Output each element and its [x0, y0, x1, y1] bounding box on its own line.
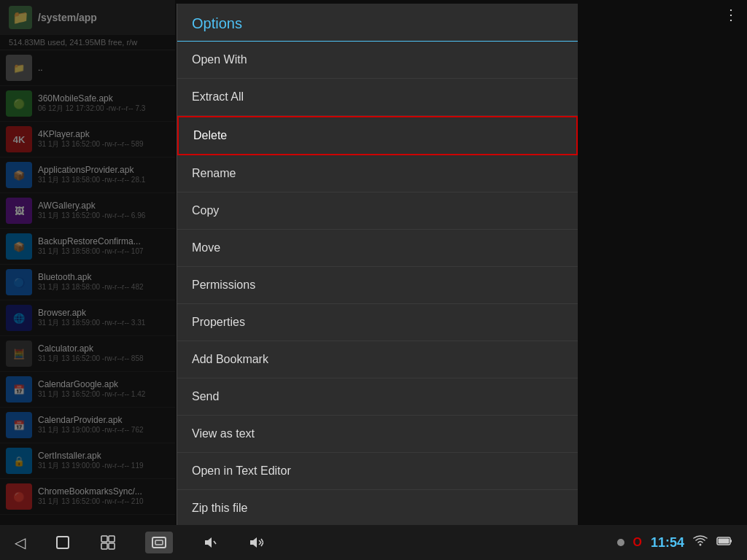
options-menu: Open WithExtract AllDeleteRenameCopyMove…	[177, 42, 578, 527]
battery-icon	[716, 536, 732, 549]
menu-item-send[interactable]: Send	[177, 378, 578, 416]
svg-line-10	[259, 540, 261, 542]
options-dialog: Options Open WithExtract AllDeleteRename…	[177, 4, 578, 525]
menu-item-open-in-text-editor[interactable]: Open in Text Editor	[177, 453, 578, 490]
svg-rect-3	[101, 543, 107, 549]
more-options-button[interactable]: ⋮	[724, 6, 738, 23]
menu-item-view-as-text[interactable]: View as text	[177, 416, 578, 453]
volume-down-button[interactable]	[202, 534, 218, 551]
nav-buttons: ◁	[15, 532, 263, 553]
menu-item-add-bookmark[interactable]: Add Bookmark	[177, 341, 578, 378]
menu-item-move[interactable]: Move	[177, 230, 578, 267]
menu-item-delete[interactable]: Delete	[177, 116, 578, 155]
recent-apps-button[interactable]	[100, 534, 116, 551]
wifi-icon	[693, 535, 708, 550]
svg-marker-9	[250, 537, 257, 548]
svg-rect-16	[730, 540, 732, 542]
svg-rect-2	[109, 536, 115, 542]
menu-item-properties[interactable]: Properties	[177, 304, 578, 341]
menu-item-copy[interactable]: Copy	[177, 192, 578, 230]
nav-bar: ◁ O 11:54	[0, 525, 747, 560]
svg-rect-5	[152, 537, 166, 548]
home-button[interactable]	[55, 534, 71, 551]
svg-rect-0	[57, 537, 69, 548]
svg-rect-4	[109, 543, 115, 549]
svg-line-11	[259, 542, 261, 545]
menu-item-rename[interactable]: Rename	[177, 155, 578, 192]
svg-rect-17	[719, 539, 729, 544]
svg-line-12	[261, 539, 263, 542]
svg-rect-6	[155, 540, 163, 545]
back-button[interactable]: ◁	[15, 534, 26, 551]
svg-marker-7	[205, 537, 212, 548]
menu-item-open-with[interactable]: Open With	[177, 42, 578, 79]
svg-line-8	[214, 541, 216, 544]
svg-point-14	[700, 544, 702, 546]
svg-rect-1	[101, 536, 107, 542]
opera-icon: O	[633, 536, 642, 549]
status-dot	[617, 539, 624, 546]
options-title: Options	[177, 4, 578, 42]
menu-item-zip-this-file[interactable]: Zip this file	[177, 490, 578, 527]
svg-line-13	[261, 542, 263, 546]
clock: 11:54	[651, 535, 684, 551]
volume-up-button[interactable]	[247, 534, 263, 551]
status-bar-right: O 11:54	[617, 535, 733, 551]
menu-item-extract-all[interactable]: Extract All	[177, 79, 578, 116]
menu-item-permissions[interactable]: Permissions	[177, 267, 578, 304]
screenshot-button[interactable]	[145, 532, 173, 553]
